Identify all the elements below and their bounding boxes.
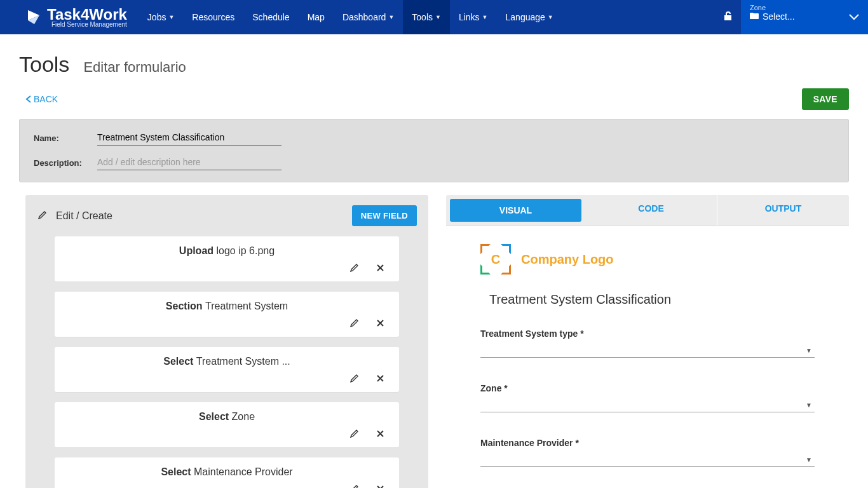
- page-subtitle: Editar formulario: [83, 59, 186, 76]
- field-card[interactable]: Upload logo ip 6.png: [55, 236, 399, 281]
- caret-down-icon: ▼: [168, 14, 174, 20]
- zone-value: Select...: [750, 11, 859, 22]
- preview-field: Maintenance Provider *▼: [480, 438, 815, 467]
- preview-form-title: Treatment System Classification: [489, 292, 815, 307]
- brand-mark-icon: [24, 8, 43, 27]
- field-value-label: Zone: [232, 411, 255, 422]
- preview-field-label: Maintenance Provider *: [480, 438, 815, 448]
- field-type-label: Section: [166, 301, 205, 311]
- tab-output[interactable]: OUTPUT: [717, 195, 849, 226]
- caret-down-icon: ▼: [548, 14, 553, 20]
- delete-field-icon[interactable]: [377, 429, 384, 440]
- nav-right: Zone Select...: [715, 0, 868, 34]
- back-link[interactable]: BACK: [25, 94, 58, 104]
- nav-item-map[interactable]: Map: [299, 0, 334, 34]
- preview-tabs: VISUAL CODE OUTPUT: [446, 195, 849, 226]
- field-value-label: Treatment System ...: [196, 356, 290, 367]
- pencil-icon: [38, 210, 47, 222]
- nav-item-label: Dashboard: [342, 12, 386, 22]
- nav-items: Jobs▼ResourcesScheduleMapDashboard▼Tools…: [139, 0, 562, 34]
- edit-field-icon[interactable]: [350, 318, 359, 329]
- nav-item-label: Links: [459, 12, 480, 22]
- page-heading: Tools Editar formulario: [0, 34, 868, 88]
- preview-field: Treatment System type *▼: [480, 329, 815, 358]
- delete-field-icon[interactable]: [377, 484, 384, 488]
- chevron-down-icon: [849, 12, 859, 22]
- brand-logo[interactable]: Task4Work Field Service Management: [0, 7, 139, 28]
- zone-label: Zone: [750, 4, 859, 11]
- nav-item-label: Jobs: [147, 12, 166, 22]
- preview-field-label: Treatment System type *: [480, 329, 815, 339]
- delete-field-icon[interactable]: [377, 318, 384, 329]
- field-card[interactable]: Select Treatment System ...: [55, 347, 399, 392]
- nav-item-jobs[interactable]: Jobs▼: [139, 0, 184, 34]
- company-logo-row: C Company Logo: [480, 244, 815, 274]
- field-type-label: Select: [161, 466, 194, 477]
- field-type-label: Select: [163, 356, 196, 367]
- description-input[interactable]: [97, 154, 281, 170]
- edit-field-icon[interactable]: [350, 374, 359, 384]
- folder-icon: [750, 11, 759, 22]
- name-input[interactable]: [97, 130, 281, 146]
- save-button[interactable]: SAVE: [802, 88, 849, 110]
- zone-selector[interactable]: Zone Select...: [741, 0, 868, 34]
- field-card[interactable]: Section Treatment System: [55, 292, 399, 337]
- preview-select[interactable]: ▼: [480, 398, 815, 412]
- field-card[interactable]: Select Zone: [55, 402, 399, 447]
- required-star: *: [575, 438, 578, 448]
- field-value-label: Maintenance Provider: [194, 466, 293, 477]
- brand-name: Task4Work: [47, 7, 127, 22]
- preview-select[interactable]: ▼: [480, 344, 815, 358]
- dropdown-triangle-icon: ▼: [806, 402, 812, 409]
- nav-item-links[interactable]: Links▼: [450, 0, 497, 34]
- tab-code[interactable]: CODE: [585, 195, 717, 226]
- required-star: *: [580, 329, 583, 339]
- new-field-button[interactable]: NEW FIELD: [352, 205, 417, 226]
- page-title: Tools: [19, 52, 69, 77]
- required-star: *: [504, 383, 507, 393]
- field-type-label: Upload: [179, 245, 217, 256]
- brand-tagline: Field Service Management: [47, 21, 127, 28]
- edit-create-panel: Edit / Create NEW FIELD Upload logo ip 6…: [25, 195, 428, 488]
- name-label: Name:: [34, 133, 97, 146]
- tab-visual[interactable]: VISUAL: [450, 199, 581, 222]
- form-meta-box: Name: Description:: [19, 119, 849, 182]
- nav-item-dashboard[interactable]: Dashboard▼: [334, 0, 403, 34]
- field-card[interactable]: Select Maintenance Provider: [55, 458, 399, 488]
- unlock-icon[interactable]: [715, 11, 741, 24]
- dropdown-triangle-icon: ▼: [806, 347, 812, 354]
- editor-columns: Edit / Create NEW FIELD Upload logo ip 6…: [0, 182, 868, 488]
- nav-item-label: Tools: [412, 12, 433, 22]
- navbar: Task4Work Field Service Management Jobs▼…: [0, 0, 868, 34]
- nav-item-resources[interactable]: Resources: [183, 0, 243, 34]
- caret-down-icon: ▼: [388, 14, 394, 20]
- nav-item-tools[interactable]: Tools▼: [403, 0, 450, 34]
- edit-field-icon[interactable]: [350, 484, 359, 488]
- caret-down-icon: ▼: [482, 14, 488, 20]
- preview-field: Zone *▼: [480, 383, 815, 412]
- nav-item-label: Language: [506, 12, 545, 22]
- action-bar: BACK SAVE: [0, 88, 868, 119]
- field-type-label: Select: [199, 411, 232, 422]
- preview-select[interactable]: ▼: [480, 453, 815, 467]
- chevron-left-icon: [25, 95, 31, 103]
- nav-item-language[interactable]: Language▼: [497, 0, 562, 34]
- nav-item-label: Resources: [192, 12, 234, 22]
- field-value-label: logo ip 6.png: [217, 245, 275, 256]
- delete-field-icon[interactable]: [377, 263, 384, 274]
- caret-down-icon: ▼: [435, 14, 441, 20]
- preview-panel: VISUAL CODE OUTPUT C Company Logo Treatm…: [446, 195, 849, 488]
- nav-item-label: Map: [308, 12, 325, 22]
- delete-field-icon[interactable]: [377, 374, 384, 384]
- dropdown-triangle-icon: ▼: [806, 456, 812, 463]
- field-value-label: Treatment System: [205, 301, 288, 311]
- company-logo-icon: C: [480, 244, 511, 274]
- edit-create-title: Edit / Create: [56, 210, 112, 222]
- description-label: Description:: [34, 158, 97, 170]
- edit-field-icon[interactable]: [350, 429, 359, 440]
- nav-item-label: Schedule: [252, 12, 289, 22]
- edit-field-icon[interactable]: [350, 263, 359, 274]
- preview-field-label: Zone *: [480, 383, 815, 393]
- nav-item-schedule[interactable]: Schedule: [243, 0, 298, 34]
- company-logo-text: Company Logo: [521, 252, 614, 267]
